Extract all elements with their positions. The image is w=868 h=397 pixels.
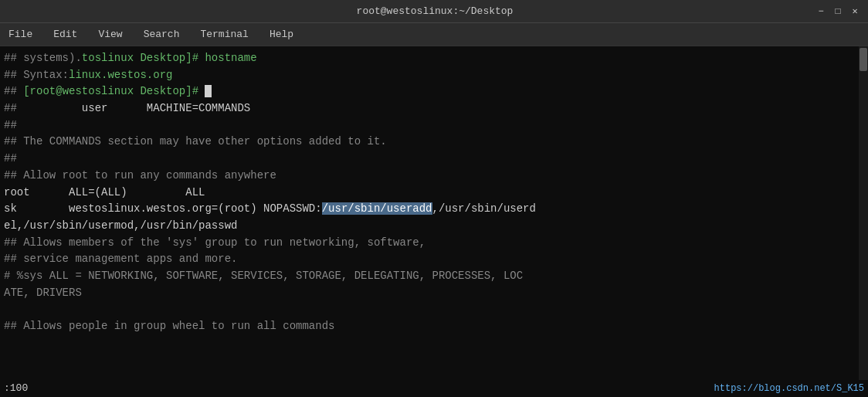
- line-17: ## Allows people in group wheel to run a…: [4, 318, 853, 335]
- line-9: root ALL=(ALL) ALL: [4, 185, 853, 202]
- menu-item-edit[interactable]: Edit: [49, 27, 82, 42]
- line-2: ## Syntax:linux.westos.org: [4, 67, 853, 84]
- window-title: root@westoslinux:~/Desktop: [54, 5, 815, 17]
- line-6: ## The COMMANDS section may have other o…: [4, 134, 853, 151]
- title-bar: root@westoslinux:~/Desktop − □ ✕: [0, 0, 868, 23]
- status-url: https://blog.csdn.net/S_K15: [714, 382, 864, 395]
- status-line-number: :100: [4, 381, 28, 396]
- line-14: # %sys ALL = NETWORKING, SOFTWARE, SERVI…: [4, 268, 853, 285]
- line-10: sk westoslinux.westos.org=(root) NOPASSW…: [4, 201, 853, 218]
- minimize-button[interactable]: −: [815, 6, 826, 17]
- line-5: ##: [4, 117, 853, 134]
- scrollbar[interactable]: [859, 46, 868, 397]
- line-13: ## service management apps and more.: [4, 251, 853, 268]
- terminal-area[interactable]: ## systems).toslinux Desktop]# hostname …: [0, 46, 868, 397]
- line-16: [4, 301, 853, 318]
- status-bar: :100 https://blog.csdn.net/S_K15: [0, 380, 868, 397]
- line-8: ## Allow root to run any commands anywhe…: [4, 168, 853, 185]
- menu-item-view[interactable]: View: [93, 27, 127, 42]
- line-3: ## [root@westoslinux Desktop]#: [4, 83, 853, 100]
- menu-bar: FileEditViewSearchTerminalHelp: [0, 23, 868, 46]
- window-controls: − □ ✕: [815, 6, 860, 17]
- line-1: ## systems).toslinux Desktop]# hostname: [4, 50, 853, 67]
- line-12: ## Allows members of the 'sys' group to …: [4, 235, 853, 252]
- line-15: ATE, DRIVERS: [4, 285, 853, 302]
- line-11: el,/usr/sbin/usermod,/usr/bin/passwd: [4, 218, 853, 235]
- menu-item-terminal[interactable]: Terminal: [195, 27, 253, 42]
- maximize-button[interactable]: □: [832, 6, 843, 17]
- line-4: ## user MACHINE=COMMANDS: [4, 100, 853, 117]
- menu-item-search[interactable]: Search: [139, 27, 185, 42]
- menu-item-help[interactable]: Help: [265, 27, 298, 42]
- terminal-content: ## systems).toslinux Desktop]# hostname …: [4, 50, 864, 335]
- scrollbar-thumb[interactable]: [860, 48, 867, 71]
- line-7: ##: [4, 151, 853, 168]
- close-button[interactable]: ✕: [849, 6, 860, 17]
- menu-item-file[interactable]: File: [4, 27, 37, 42]
